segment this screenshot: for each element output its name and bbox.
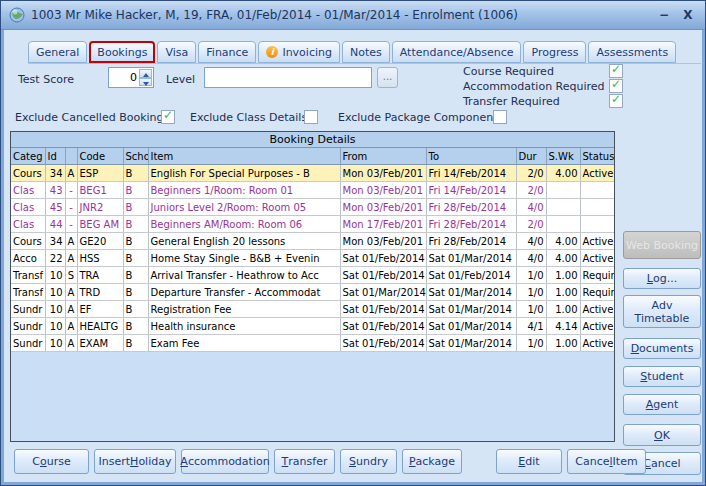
student-button[interactable]: Student (623, 366, 701, 387)
accommodation-required-checkbox[interactable] (609, 79, 623, 93)
tab-invoicing[interactable]: iInvoicing (258, 41, 340, 63)
booking-row[interactable]: Cours34AGE20BGeneral English 20 lessonsM… (11, 233, 614, 250)
cell-swk (546, 199, 580, 216)
transfer-required: Transfer Required (463, 94, 623, 108)
cell-dur: 2/0 (516, 216, 546, 233)
enrolment-window: 1003 Mr Mike Hacker, M, 19, FRA, 01/Feb/… (0, 0, 706, 486)
cell-code: EF (77, 301, 123, 318)
level-input[interactable] (204, 67, 372, 88)
cell-scho: B (123, 267, 148, 284)
cell-categ: Sundr (11, 335, 45, 352)
ok-button[interactable]: OK (623, 424, 701, 446)
col-flag[interactable] (65, 148, 77, 165)
tab-bookings[interactable]: Bookings (89, 41, 155, 63)
spin-up-icon[interactable] (139, 69, 152, 78)
cell-item: Health insurance (148, 318, 340, 335)
cancel-item-button[interactable]: Cancel Item (567, 449, 646, 474)
insert-holiday-button[interactable]: Insert Holiday (94, 449, 176, 474)
cell-from: Sat 01/Feb/2014 (340, 250, 426, 267)
col-dur[interactable]: Dur (516, 148, 546, 165)
exclude-package-components-checkbox[interactable] (493, 110, 507, 124)
booking-row[interactable]: Clas44-BEG AMBBeginners AM/Room: Room 06… (11, 216, 614, 233)
cell-scho: B (123, 233, 148, 250)
accommodation-button[interactable]: Accommodation (181, 449, 269, 474)
tab-notes[interactable]: Notes (342, 41, 390, 63)
cell-flag: - (65, 199, 77, 216)
cell-dur: 4/0 (516, 233, 546, 250)
edit-button[interactable]: Edit (496, 449, 562, 474)
booking-row[interactable]: Acco22AHSSBHome Stay Single - B&B + Even… (11, 250, 614, 267)
minimize-icon[interactable]: − (655, 8, 673, 22)
cell-categ: Cours (11, 233, 45, 250)
documents-button[interactable]: Documents (623, 338, 701, 359)
tab-attendance-absence[interactable]: Attendance/Absence (392, 41, 522, 63)
log-button[interactable]: Log... (623, 268, 701, 289)
col-from[interactable]: From (340, 148, 426, 165)
cell-categ: Cours (11, 165, 45, 182)
col-status[interactable]: Status (580, 148, 614, 165)
cell-status (580, 182, 614, 199)
tab-visa[interactable]: Visa (157, 41, 196, 63)
exclude-cancelled-bookings: Exclude Cancelled Bookings (15, 110, 175, 124)
agent-button[interactable]: Agent (623, 394, 701, 415)
cell-from: Mon 03/Feb/201 (340, 233, 426, 250)
cell-dur: 1/0 (516, 301, 546, 318)
course-required: Course Required (463, 64, 623, 78)
cell-code: TRA (77, 267, 123, 284)
cell-from: Mon 17/Feb/201 (340, 216, 426, 233)
adv-timetable-button[interactable]: AdvTimetable (623, 295, 701, 328)
transfer-button[interactable]: Transfer (274, 449, 335, 474)
cell-id: 10 (45, 318, 65, 335)
web-booking-button[interactable]: Web Booking (623, 231, 701, 259)
col-item[interactable]: Item (148, 148, 340, 165)
cell-swk: 1.00 (546, 284, 580, 301)
booking-row[interactable]: Sundr10AHEALTGBHealth insuranceSat 01/Fe… (11, 318, 614, 335)
cell-code: TRD (77, 284, 123, 301)
sundry-button[interactable]: Sundry (340, 449, 397, 474)
col-scho[interactable]: Scho (123, 148, 148, 165)
cell-scho: B (123, 318, 148, 335)
cell-from: Sat 01/Feb/2014 (340, 267, 426, 284)
cell-status: Active (580, 301, 614, 318)
cell-id: 10 (45, 335, 65, 352)
course-required-checkbox[interactable] (609, 64, 623, 78)
cell-dur: 4/0 (516, 199, 546, 216)
booking-row[interactable]: Clas45-JNR2BJuniors Level 2/Room: Room 0… (11, 199, 614, 216)
tab-label: Notes (350, 46, 382, 59)
booking-row[interactable]: Sundr10AEFBRegistration FeeSat 01/Feb/20… (11, 301, 614, 318)
cell-item: Beginners 1/Room: Room 01 (148, 182, 340, 199)
level-browse-button[interactable]: ... (377, 67, 398, 88)
cell-swk (546, 216, 580, 233)
booking-row[interactable]: Sundr10AEXAMBExam FeeSat 01/Feb/2014Sat … (11, 335, 614, 352)
col-to[interactable]: To (426, 148, 516, 165)
col-categ[interactable]: Categ (11, 148, 45, 165)
cell-item: Exam Fee (148, 335, 340, 352)
spin-down-icon[interactable] (139, 78, 152, 87)
tab-progress[interactable]: Progress (523, 41, 586, 63)
cell-to: Sat 01/Mar/2014 (426, 301, 516, 318)
booking-row[interactable]: Transf10STRABArrival Transfer - Heathrow… (11, 267, 614, 284)
cell-id: 34 (45, 165, 65, 182)
tab-label: Visa (165, 46, 188, 59)
exclude-class-details-checkbox[interactable] (304, 110, 318, 124)
exclude-cancelled-bookings-checkbox[interactable] (161, 110, 175, 124)
tab-finance[interactable]: Finance (198, 41, 256, 63)
test-score-label: Test Score (18, 73, 74, 86)
cell-categ: Sundr (11, 301, 45, 318)
booking-row[interactable]: Cours34AESPBEnglish For Special Purposes… (11, 165, 614, 182)
transfer-required-checkbox[interactable] (609, 94, 623, 108)
col-code[interactable]: Code (77, 148, 123, 165)
tab-general[interactable]: General (28, 41, 87, 63)
tab-assessments[interactable]: Assessments (588, 41, 676, 63)
course-button[interactable]: Course (14, 449, 89, 474)
col-swk[interactable]: S.Wk (546, 148, 580, 165)
test-score-spinner[interactable]: 0 (108, 67, 154, 88)
package-button[interactable]: Package (402, 449, 462, 474)
cell-code: BEG1 (77, 182, 123, 199)
close-icon[interactable]: X (679, 8, 697, 22)
cell-to: Sat 01/Mar/2014 (426, 250, 516, 267)
booking-row[interactable]: Clas43-BEG1BBeginners 1/Room: Room 01Mon… (11, 182, 614, 199)
button-label-line1: Adv (652, 299, 673, 312)
booking-row[interactable]: Transf10ATRDBDeparture Transfer - Accomm… (11, 284, 614, 301)
col-id[interactable]: Id (45, 148, 65, 165)
